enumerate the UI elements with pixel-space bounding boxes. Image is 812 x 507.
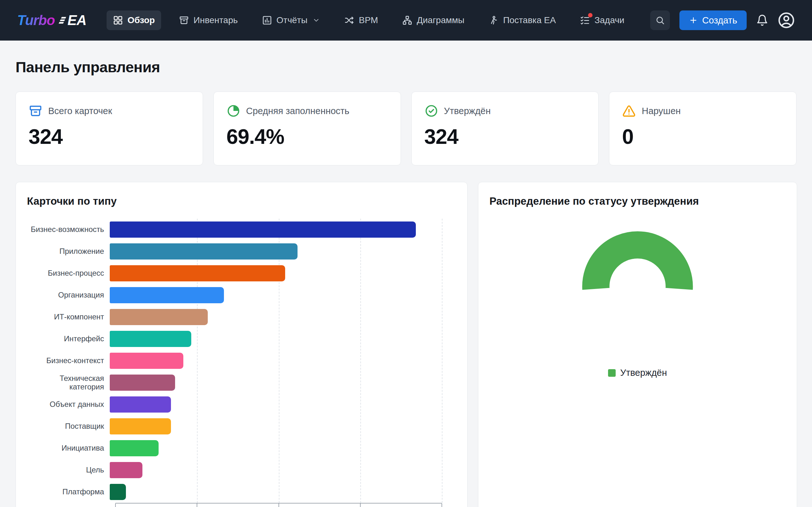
bar bbox=[110, 331, 191, 347]
stat-card-header: Нарушен bbox=[622, 104, 783, 118]
donut-segment-approved bbox=[582, 231, 693, 290]
create-button-label: Создать bbox=[702, 15, 737, 26]
bar-track bbox=[110, 309, 457, 325]
bar-category-label: Бизнес-возможность bbox=[26, 225, 110, 234]
chart-legend: Утверждён bbox=[489, 368, 786, 378]
stat-value: 324 bbox=[29, 126, 190, 147]
bar-row: ИТ-компонент bbox=[26, 306, 457, 328]
bar bbox=[110, 287, 224, 303]
notifications-bell-icon[interactable] bbox=[756, 14, 768, 26]
bar-row: Цель bbox=[26, 459, 457, 481]
stat-label: Утверждён bbox=[444, 106, 491, 116]
nav-item-inventory[interactable]: Инвентарь bbox=[172, 10, 244, 30]
bar-track bbox=[110, 375, 457, 391]
nav-item-label: Поставка EA bbox=[503, 15, 556, 25]
bar-track bbox=[110, 222, 457, 238]
bar-category-label: Приложение bbox=[26, 247, 110, 256]
grid-icon bbox=[113, 15, 123, 25]
cards-icon bbox=[29, 104, 43, 118]
bar bbox=[110, 462, 142, 478]
nav-item-tasks[interactable]: Задачи bbox=[573, 10, 630, 30]
bar bbox=[110, 440, 159, 456]
stat-card-header: Всего карточек bbox=[29, 104, 190, 118]
navbar: Turbo EA ОбзорИнвентарьОтчётыBPMДиаграмм… bbox=[0, 0, 812, 41]
axis-tick bbox=[115, 504, 116, 507]
search-icon bbox=[655, 15, 665, 25]
bar bbox=[110, 265, 285, 281]
page-title: Панель управления bbox=[15, 58, 797, 76]
chart-x-axis bbox=[115, 503, 442, 504]
logo-ea-text: EA bbox=[67, 12, 86, 28]
bar-track bbox=[110, 462, 457, 478]
nav-item-reports[interactable]: Отчёты bbox=[256, 10, 327, 30]
completeness-icon bbox=[226, 104, 241, 118]
main-content: Панель управления Всего карточек324Средн… bbox=[0, 58, 812, 507]
bar-row: Организация bbox=[26, 284, 457, 306]
stat-card-violated: Нарушен0 bbox=[609, 92, 797, 165]
nav-item-overview[interactable]: Обзор bbox=[107, 10, 161, 30]
bar-row: Инициатива bbox=[26, 437, 457, 459]
bar-track bbox=[110, 418, 457, 435]
delivery-icon bbox=[489, 15, 499, 25]
bar-row: Платформа bbox=[26, 481, 457, 503]
bar-chart-title: Карточки по типу bbox=[27, 195, 457, 207]
bar-track bbox=[110, 484, 457, 500]
bar-category-label: Платформа bbox=[26, 488, 110, 496]
notification-dot bbox=[588, 13, 593, 17]
bar-category-label: Техническая категория bbox=[26, 374, 110, 391]
nav-items: ОбзорИнвентарьОтчётыBPMДиаграммыПоставка… bbox=[107, 10, 630, 30]
cards-by-type-chart-card: Карточки по типу Бизнес-возможностьПрило… bbox=[15, 182, 467, 507]
bar bbox=[110, 396, 171, 412]
bar-category-label: Бизнес-контекст bbox=[26, 356, 110, 365]
bar-category-label: ИТ-компонент bbox=[26, 313, 110, 321]
stat-card-header: Средняя заполненность bbox=[226, 104, 388, 118]
bar-track bbox=[110, 265, 457, 281]
bar-category-label: Организация bbox=[26, 291, 110, 299]
inventory-icon bbox=[179, 15, 189, 25]
user-avatar-icon[interactable] bbox=[778, 12, 795, 29]
bar-category-label: Поставщик bbox=[26, 422, 110, 431]
nav-item-label: BPM bbox=[359, 15, 378, 25]
axis-tick bbox=[442, 504, 442, 507]
bar bbox=[110, 222, 416, 238]
nav-item-label: Отчёты bbox=[276, 15, 308, 25]
stat-card-header: Утверждён bbox=[424, 104, 586, 118]
nav-item-ea-delivery[interactable]: Поставка EA bbox=[482, 10, 562, 30]
legend-label: Утверждён bbox=[620, 368, 667, 378]
approval-donut-chart bbox=[489, 210, 786, 362]
bpm-icon bbox=[344, 15, 354, 25]
bar-row: Бизнес-контекст bbox=[26, 350, 457, 372]
bar-rows: Бизнес-возможностьПриложениеБизнес-проце… bbox=[26, 219, 457, 503]
bar-category-label: Интерфейс bbox=[26, 335, 110, 343]
plus-icon bbox=[689, 16, 698, 25]
bar-track bbox=[110, 331, 457, 347]
bar-category-label: Объект данных bbox=[26, 400, 110, 409]
stat-label: Всего карточек bbox=[48, 106, 112, 116]
approval-status-chart-card: Распределение по статусу утверждения Утв… bbox=[478, 182, 797, 507]
nav-item-bpm[interactable]: BPM bbox=[338, 10, 385, 30]
stat-card-avg-completeness: Средняя заполненность69.4% bbox=[213, 92, 401, 165]
bar-row: Техническая категория bbox=[26, 372, 457, 394]
logo-stripes-icon bbox=[58, 16, 67, 25]
bar-track bbox=[110, 353, 457, 369]
search-button[interactable] bbox=[650, 10, 670, 30]
bar-category-label: Инициатива bbox=[26, 444, 110, 452]
diagrams-icon bbox=[402, 15, 412, 25]
bar bbox=[110, 243, 298, 260]
bar-row: Бизнес-возможность bbox=[26, 219, 457, 240]
bar bbox=[110, 309, 208, 325]
bar bbox=[110, 484, 126, 500]
reports-icon bbox=[262, 15, 272, 25]
create-button[interactable]: Создать bbox=[679, 10, 747, 30]
nav-item-diagrams[interactable]: Диаграммы bbox=[396, 10, 471, 30]
stat-card-approved: Утверждён324 bbox=[411, 92, 599, 165]
bar-row: Приложение bbox=[26, 240, 457, 262]
charts-row: Карточки по типу Бизнес-возможностьПрило… bbox=[15, 182, 797, 507]
warning-icon bbox=[622, 104, 636, 118]
bar-track bbox=[110, 287, 457, 303]
bar-category-label: Бизнес-процесс bbox=[26, 269, 110, 278]
brand-logo[interactable]: Turbo EA bbox=[17, 12, 86, 28]
stat-card-total-cards: Всего карточек324 bbox=[15, 92, 203, 165]
donut-chart-title: Распределение по статусу утверждения bbox=[490, 195, 786, 207]
axis-tick bbox=[360, 504, 361, 507]
